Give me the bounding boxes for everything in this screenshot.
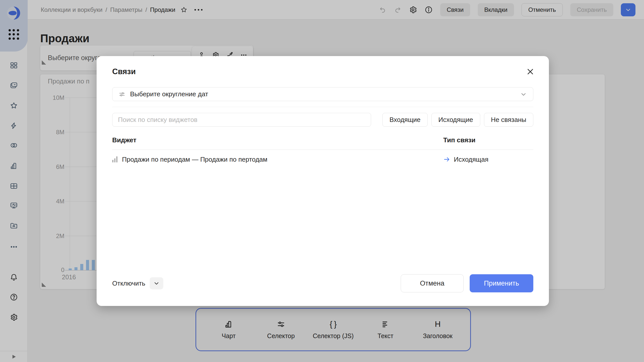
sliders-icon xyxy=(118,91,126,98)
filter-unlinked-button[interactable]: Не связаны xyxy=(484,113,534,127)
cancel-button[interactable]: Отмена xyxy=(401,274,464,292)
chevron-down-icon xyxy=(153,280,160,287)
divider xyxy=(112,107,533,107)
disable-dropdown-button[interactable] xyxy=(150,277,163,289)
parameter-select[interactable]: Выберите округление дат xyxy=(112,87,533,101)
dialog-footer: Отключить Отмена Применить xyxy=(112,274,533,292)
chart-type-icon xyxy=(112,156,117,162)
row-widget-name: Продажи по периодам — Продажи по пертода… xyxy=(122,156,267,163)
widget-search-input[interactable] xyxy=(112,113,371,127)
filter-outgoing-button[interactable]: Исходящие xyxy=(431,113,480,127)
apply-button[interactable]: Применить xyxy=(470,274,533,292)
row-relation-type: Исходящая xyxy=(454,156,488,163)
parameter-select-value: Выберите округление дат xyxy=(130,90,208,98)
chevron-down-icon xyxy=(520,91,527,98)
table-row[interactable]: Продажи по периодам — Продажи по пертода… xyxy=(112,150,533,169)
filter-incoming-button[interactable]: Входящие xyxy=(382,113,427,127)
table-header: Виджет Тип связи xyxy=(112,136,533,144)
disable-button[interactable]: Отключить xyxy=(112,280,145,287)
arrow-right-icon xyxy=(443,156,450,163)
close-icon[interactable] xyxy=(526,67,535,76)
relations-dialog: Связи Выберите округление дат Входящие И… xyxy=(97,56,549,306)
dialog-title: Связи xyxy=(112,67,533,76)
search-filter-row: Входящие Исходящие Не связаны xyxy=(112,113,533,127)
column-relation-type: Тип связи xyxy=(443,136,533,144)
column-widget: Виджет xyxy=(112,136,443,144)
